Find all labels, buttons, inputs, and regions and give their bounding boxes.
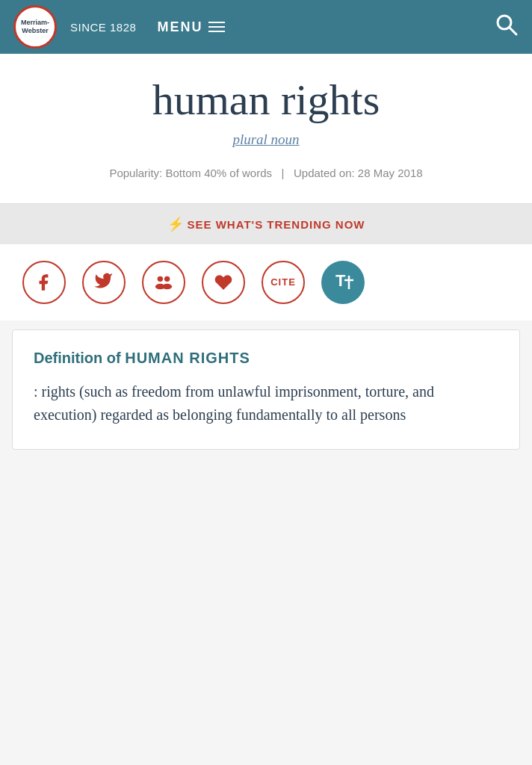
share-button[interactable] — [142, 261, 185, 304]
svg-text:T: T — [335, 271, 346, 290]
header: Merriam- Webster SINCE 1828 MENU — [0, 0, 532, 54]
definition-heading: Definition of HUMAN RIGHTS — [34, 350, 498, 367]
svg-point-3 — [164, 276, 170, 281]
translate-icon: T — [332, 268, 354, 296]
logo-webster: Webster — [22, 27, 48, 35]
trending-banner[interactable]: ⚡SEE WHAT'S TRENDING NOW — [0, 204, 532, 244]
search-button[interactable] — [495, 13, 519, 42]
logo[interactable]: Merriam- Webster — [13, 5, 57, 49]
cite-label: CITE — [270, 276, 296, 288]
facebook-icon — [34, 273, 54, 292]
logo-merriam: Merriam- — [21, 19, 49, 27]
heart-icon — [214, 273, 233, 292]
definition-card: Definition of HUMAN RIGHTS : rights (suc… — [12, 329, 520, 450]
word-meta: Popularity: Bottom 40% of words | Update… — [30, 164, 502, 182]
svg-point-5 — [162, 284, 172, 289]
definition-text: : rights (such as freedom from unlawful … — [34, 380, 498, 427]
lightning-icon: ⚡ — [167, 217, 185, 232]
cite-button[interactable]: CITE — [262, 261, 305, 304]
meta-separator: | — [282, 167, 285, 179]
svg-point-2 — [158, 276, 163, 281]
social-row: CITE T — [0, 244, 532, 320]
facebook-button[interactable] — [22, 261, 66, 304]
popularity-text: Popularity: Bottom 40% of words — [109, 167, 272, 179]
updated-text: Updated on: 28 May 2018 — [294, 167, 423, 179]
trending-text: ⚡SEE WHAT'S TRENDING NOW — [167, 218, 365, 231]
twitter-icon — [94, 273, 114, 292]
menu-button[interactable]: MENU — [157, 19, 225, 35]
save-button[interactable] — [202, 261, 245, 304]
definition-heading-prefix: Definition of — [34, 350, 121, 366]
header-since: SINCE 1828 — [70, 21, 136, 34]
word-title: human rights — [30, 76, 502, 124]
people-icon — [154, 273, 173, 292]
word-type[interactable]: plural noun — [30, 131, 502, 148]
menu-label: MENU — [157, 19, 202, 35]
word-card: human rights plural noun Popularity: Bot… — [0, 54, 532, 204]
svg-line-1 — [510, 27, 517, 34]
definition-heading-word: HUMAN RIGHTS — [125, 350, 250, 366]
translate-button[interactable]: T — [321, 261, 365, 304]
twitter-button[interactable] — [82, 261, 126, 304]
hamburger-icon — [208, 22, 225, 32]
